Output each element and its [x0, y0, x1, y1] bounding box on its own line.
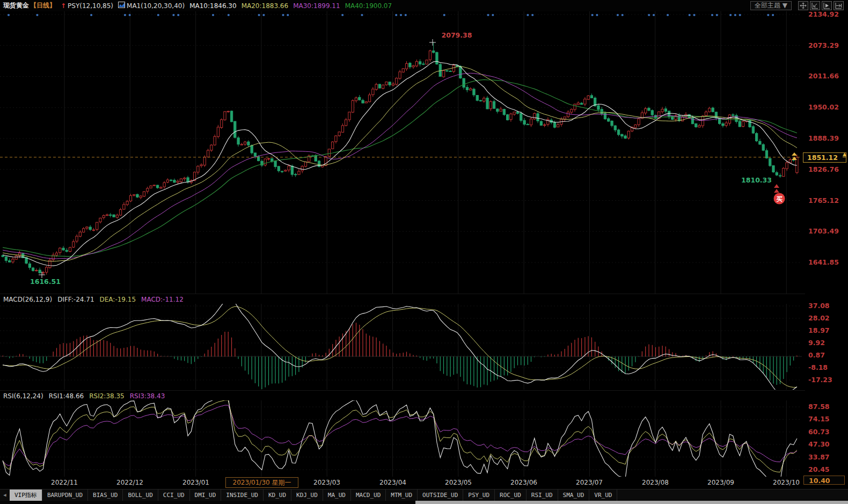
ma-chart-icon — [118, 2, 125, 10]
psy-indicator-label: PSY(12,10,85) — [68, 2, 113, 10]
indicator-tab-bar: ◀ VIP指标BARUPDN_UDBIAS_UDBOLL_UDCCI_UDDMI… — [0, 489, 848, 501]
svg-text:1616.51: 1616.51 — [30, 277, 61, 286]
axis-tick-label: 9.92 — [808, 339, 825, 347]
indicator-tab-bias_ud[interactable]: BIAS_UD — [88, 490, 123, 501]
axis-tick-label: 33.87 — [808, 453, 830, 461]
x-axis-label: 2023/04 — [363, 479, 422, 486]
axis-tick-label: 60.73 — [808, 428, 830, 436]
macd-axis: 37.0828.0218.979.920.87-8.18-17.23 — [802, 304, 848, 390]
indicator-tab-barupdn_ud[interactable]: BARUPDN_UD — [42, 490, 88, 501]
indicator-tab-mtm_ud[interactable]: MTM_UD — [386, 490, 418, 501]
rsi1-value: RSI1:48.66 — [49, 392, 84, 400]
axis-tick-label: 2073.29 — [808, 41, 839, 49]
axis-tick-label: 28.02 — [808, 314, 830, 322]
axis-tick-label: 1641.85 — [808, 258, 839, 266]
axis-tick-label: 87.58 — [808, 403, 830, 411]
rsi-name-label: RSI(6,12,24) — [3, 392, 43, 400]
candlestick-chart[interactable]: 2079.381616.511810.33买 — [0, 11, 802, 294]
psy-up-arrow-icon: ↑ — [61, 2, 66, 10]
indicator-tab-inside_ud[interactable]: INSIDE_UD — [221, 490, 264, 501]
indicator-tab-ma_ud[interactable]: MA_UD — [323, 490, 351, 501]
ma-group-label: MA1(10,20,30,40) — [127, 2, 185, 10]
trading-terminal: 现货黄金【日线】 ↑ PSY(12,10,85) MA1(10,20,30,40… — [0, 0, 848, 504]
rsi2-value: RSI2:38.35 — [89, 392, 125, 400]
symbol-name: 现货黄金 — [3, 2, 29, 9]
indicator-tab-vr_ud[interactable]: VR_UD — [589, 490, 617, 501]
indicator-tab-roc_ud[interactable]: ROC_UD — [495, 490, 527, 501]
period-label: 【日线】 — [30, 2, 56, 9]
indicator-tab-psy_ud[interactable]: PSY_UD — [463, 490, 495, 501]
zoom-extent-icon[interactable] — [810, 1, 820, 10]
rsi-header: RSI(6,12,24) RSI1:48.66 RSI2:38.35 RSI3:… — [0, 390, 805, 401]
horizontal-scrollbar[interactable] — [0, 501, 848, 504]
step-last-icon[interactable] — [834, 1, 844, 10]
axis-tick-label: 1765.12 — [808, 196, 839, 204]
x-axis-label: 2023/05 — [429, 479, 488, 486]
time-axis: 2023/01/30 星期一 2022/112022/122023/012023… — [0, 477, 802, 489]
play-forward-icon[interactable] — [822, 1, 832, 10]
scrollbar-thumb[interactable] — [415, 501, 848, 504]
axis-tick-label: 2011.66 — [808, 72, 839, 80]
macd-dea-value: DEA:-19.15 — [100, 296, 136, 303]
ma30-value: MA30:1899.11 — [293, 2, 340, 10]
axis-tick-label: 0.87 — [808, 351, 825, 359]
x-axis-label: 2023/07 — [560, 479, 619, 486]
macd-macd-value: MACD:-11.12 — [141, 296, 184, 303]
crosshair-value-label: 10.40 — [803, 476, 845, 485]
indicator-tab-kdj_ud[interactable]: KDJ_UD — [291, 490, 323, 501]
macd-name-label: MACD(26,12,9) — [3, 296, 52, 303]
x-axis-label: 2022/12 — [100, 479, 159, 486]
x-axis-label: 2023/06 — [494, 479, 553, 486]
crosshair-date-label: 2023/01/30 星期一 — [225, 477, 298, 488]
topbar-toolbar: 全部主题 ▼ — [750, 1, 844, 10]
x-axis-label: 2023/01 — [166, 479, 225, 486]
axis-tick-label: 47.30 — [808, 440, 830, 448]
x-axis-label: 2023/09 — [691, 479, 750, 486]
indicator-tab-sma_ud[interactable]: SMA_UD — [558, 490, 590, 501]
price-pin-icon: ▲ — [843, 152, 846, 157]
axis-tick-label: 20.45 — [808, 465, 830, 473]
axis-tick-label: 1826.76 — [808, 165, 839, 173]
indicator-tab-boll_ud[interactable]: BOLL_UD — [123, 490, 158, 501]
current-price-tag: 1851.12 — [803, 152, 846, 163]
axis-tick-label: 1888.39 — [808, 134, 839, 142]
svg-text:买: 买 — [776, 195, 783, 203]
indicator-tab-vip指标[interactable]: VIP指标 — [10, 490, 42, 501]
pan-tool-icon[interactable] — [798, 1, 808, 10]
axis-tick-label: -17.23 — [808, 376, 832, 384]
macd-diff-value: DIFF:-24.71 — [57, 296, 94, 303]
svg-text:1810.33: 1810.33 — [741, 176, 772, 184]
axis-tick-label: 1950.02 — [808, 103, 839, 111]
ma20-value: MA20:1883.66 — [242, 2, 289, 10]
axis-tick-label: -8.18 — [808, 363, 828, 371]
axis-tick-label: 74.15 — [808, 415, 830, 423]
axis-tick-label: 18.97 — [808, 326, 830, 334]
indicator-tab-kd_ud[interactable]: KD_UD — [264, 490, 291, 501]
ma40-value: MA40:1900.07 — [345, 2, 392, 10]
indicator-tab-dmi_ud[interactable]: DMI_UD — [190, 490, 222, 501]
indicator-tab-outside_ud[interactable]: OUTSIDE_UD — [418, 490, 463, 501]
indicator-tab-macd_ud[interactable]: MACD_UD — [351, 490, 386, 501]
ma10-value: MA10:1846.30 — [189, 2, 237, 10]
x-axis-label: 2022/11 — [35, 479, 94, 486]
macd-chart[interactable] — [0, 304, 802, 390]
indicator-tab-cci_ud[interactable]: CCI_UD — [158, 490, 190, 501]
theme-dropdown-button[interactable]: 全部主题 ▼ — [750, 1, 792, 10]
x-axis-label: 2023/08 — [626, 479, 685, 486]
macd-header: MACD(26,12,9) DIFF:-24.71 DEA:-19.15 MAC… — [0, 294, 805, 304]
axis-tick-label: 2134.92 — [808, 10, 839, 18]
indicator-tab-rsi_ud[interactable]: RSI_UD — [527, 490, 558, 501]
top-indicator-bar: 现货黄金【日线】 ↑ PSY(12,10,85) MA1(10,20,30,40… — [0, 0, 848, 11]
rsi3-value: RSI3:38.43 — [130, 392, 165, 400]
axis-tick-label: 37.08 — [808, 302, 830, 310]
svg-text:2079.38: 2079.38 — [442, 31, 472, 39]
tab-scroll-left-icon[interactable]: ◀ — [0, 490, 10, 501]
rsi-axis: 87.5874.1560.7347.3033.8720.45 — [802, 400, 848, 477]
axis-tick-label: 1703.49 — [808, 227, 839, 235]
x-axis-label: 2023/03 — [297, 479, 356, 486]
rsi-chart[interactable] — [0, 400, 802, 477]
